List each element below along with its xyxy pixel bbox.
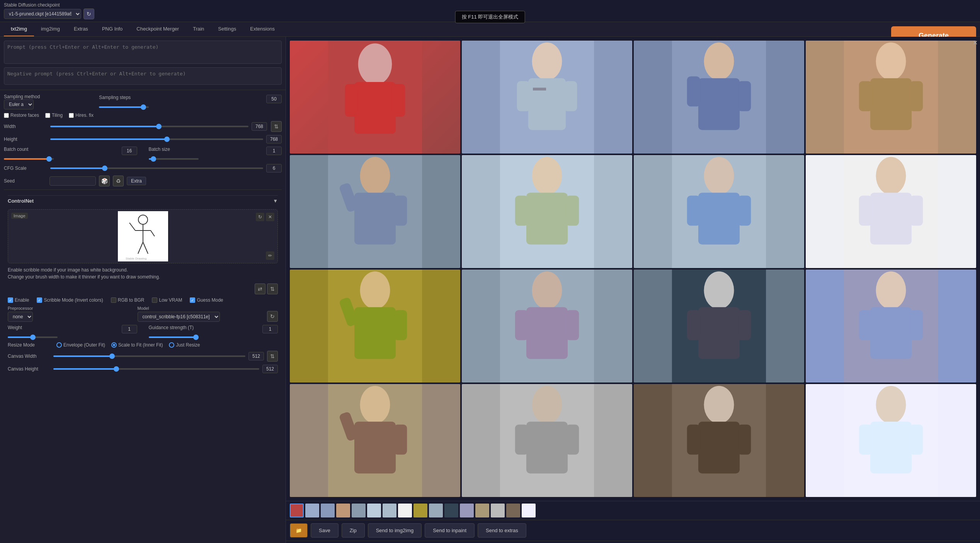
thumb-3[interactable] bbox=[321, 504, 335, 517]
enable-checkbox[interactable]: ✓ Enable bbox=[8, 297, 29, 303]
tab-extensions[interactable]: Extensions bbox=[243, 22, 282, 36]
grid-image-8[interactable] bbox=[806, 155, 976, 268]
width-height-swap-button[interactable]: ⇅ bbox=[271, 121, 282, 132]
thumb-14[interactable] bbox=[491, 504, 505, 517]
controlnet-collapse-icon[interactable]: ▼ bbox=[273, 198, 278, 204]
tab-txt2img[interactable]: txt2img bbox=[4, 22, 34, 36]
swap-left-button[interactable]: ⇄ bbox=[255, 283, 265, 294]
thumb-4[interactable] bbox=[336, 504, 350, 517]
scribble-mode-checkbox[interactable]: ✓ Scribble Mode (Invert colors) bbox=[37, 297, 103, 303]
thumb-7[interactable] bbox=[383, 504, 396, 517]
send-inpaint-button[interactable]: Send to inpaint bbox=[425, 523, 475, 538]
controlnet-title: ControlNet bbox=[8, 198, 34, 204]
grid-image-14[interactable] bbox=[462, 384, 632, 497]
tab-settings[interactable]: Settings bbox=[211, 22, 243, 36]
grid-image-4[interactable] bbox=[806, 41, 976, 154]
restore-faces-checkbox[interactable]: Restore faces bbox=[4, 113, 39, 118]
resize-just-radio[interactable]: Just Resize bbox=[169, 342, 200, 348]
thumb-8[interactable] bbox=[398, 504, 412, 517]
refresh-button[interactable]: ↻ bbox=[83, 9, 94, 19]
resize-scale-radio[interactable]: Scale to Fit (Inner Fit) bbox=[111, 342, 163, 348]
sketch-image: Stable Drawing bbox=[118, 211, 168, 261]
height-slider[interactable] bbox=[50, 138, 263, 140]
image-reload-button[interactable]: ↻ bbox=[256, 213, 264, 221]
batch-count-slider[interactable] bbox=[4, 158, 54, 160]
thumb-12[interactable] bbox=[460, 504, 474, 517]
negative-prompt-input[interactable] bbox=[4, 67, 282, 85]
thumb-5[interactable] bbox=[352, 504, 366, 517]
prompt-input[interactable] bbox=[4, 41, 282, 64]
send-img2img-button[interactable]: Send to img2img bbox=[368, 523, 422, 538]
grid-image-16[interactable] bbox=[806, 384, 976, 497]
grid-image-5[interactable] bbox=[290, 155, 460, 268]
seed-extra-button[interactable]: Extra bbox=[127, 177, 146, 185]
guidance-label: Guidance strength (T) bbox=[149, 325, 194, 333]
sampling-steps-value: 50 bbox=[266, 95, 282, 103]
grid-image-15[interactable] bbox=[634, 384, 804, 497]
sampling-method-select[interactable]: Euler a bbox=[4, 99, 34, 109]
thumb-16[interactable] bbox=[522, 504, 536, 517]
thumb-15[interactable] bbox=[506, 504, 520, 517]
grid-image-2[interactable] bbox=[462, 41, 632, 154]
model-select[interactable]: control_scribble-fp16 [c508311e] bbox=[138, 312, 220, 322]
preprocessor-select[interactable]: none bbox=[8, 312, 33, 322]
image-upload-area[interactable]: Image ↻ ✕ bbox=[8, 209, 278, 263]
grid-image-12[interactable] bbox=[806, 270, 976, 382]
model-refresh-button[interactable]: ↻ bbox=[267, 311, 278, 322]
thumb-6[interactable] bbox=[367, 504, 381, 517]
swap-right-button[interactable]: ⇅ bbox=[267, 283, 278, 294]
guess-mode-checkbox[interactable]: ✓ Guess Mode bbox=[190, 297, 223, 303]
close-panel-button[interactable]: ✕ bbox=[973, 39, 978, 46]
weight-slider[interactable] bbox=[8, 336, 58, 338]
save-button[interactable]: Save bbox=[311, 523, 339, 538]
tiling-checkbox[interactable]: Tiling bbox=[45, 113, 63, 118]
thumb-10[interactable] bbox=[429, 504, 443, 517]
guidance-slider[interactable] bbox=[149, 336, 199, 338]
zip-button[interactable]: Zip bbox=[342, 523, 365, 538]
low-vram-checkbox[interactable]: Low VRAM bbox=[152, 297, 182, 303]
svg-rect-32 bbox=[354, 193, 396, 244]
svg-point-61 bbox=[704, 272, 734, 309]
tab-extras[interactable]: Extras bbox=[67, 22, 95, 36]
tab-checkpoint-merger[interactable]: Checkpoint Merger bbox=[129, 22, 186, 36]
width-value: 768 bbox=[252, 122, 267, 131]
grid-image-9[interactable] bbox=[290, 270, 460, 382]
thumb-13[interactable] bbox=[475, 504, 489, 517]
resize-envelope-radio[interactable]: Envelope (Outer Fit) bbox=[56, 342, 105, 348]
seed-random-button[interactable]: 🎲 bbox=[99, 176, 110, 186]
cfg-slider[interactable] bbox=[50, 167, 263, 169]
grid-image-11[interactable] bbox=[634, 270, 804, 382]
thumb-11[interactable] bbox=[444, 504, 458, 517]
thumb-2[interactable] bbox=[305, 504, 319, 517]
canvas-height-slider[interactable] bbox=[53, 368, 259, 370]
grid-image-13[interactable] bbox=[290, 384, 460, 497]
tab-train[interactable]: Train bbox=[186, 22, 211, 36]
hires-fix-checkbox[interactable]: Hires. fix bbox=[69, 113, 94, 118]
sampling-steps-slider[interactable] bbox=[99, 106, 149, 108]
image-pen-button[interactable]: ✏ bbox=[266, 251, 274, 260]
svg-rect-27 bbox=[870, 78, 912, 130]
thumb-9[interactable] bbox=[413, 504, 427, 517]
width-slider[interactable] bbox=[50, 126, 248, 127]
grid-image-3[interactable] bbox=[634, 41, 804, 154]
grid-image-6[interactable] bbox=[462, 155, 632, 268]
main-layout: Sampling method Euler a Sampling steps 5… bbox=[0, 37, 980, 543]
folder-button[interactable]: 📁 bbox=[290, 523, 308, 538]
image-close-button[interactable]: ✕ bbox=[266, 213, 274, 221]
tab-pnginfo[interactable]: PNG Info bbox=[95, 22, 129, 36]
seed-recycle-button[interactable]: ♻ bbox=[113, 176, 124, 186]
seed-input[interactable]: 12345 bbox=[49, 176, 96, 186]
grid-image-10[interactable] bbox=[462, 270, 632, 382]
thumb-1[interactable] bbox=[290, 504, 304, 517]
batch-size-slider[interactable] bbox=[149, 158, 199, 160]
canvas-width-slider[interactable] bbox=[53, 355, 245, 357]
grid-image-7[interactable] bbox=[634, 155, 804, 268]
grid-image-1[interactable] bbox=[290, 41, 460, 154]
rgb-bgr-checkbox[interactable]: RGB to BGR bbox=[111, 297, 145, 303]
checkpoint-select[interactable]: v1-5-pruned.ckpt [e1441589a6] bbox=[4, 9, 81, 19]
svg-rect-88 bbox=[859, 425, 872, 455]
send-extras-button[interactable]: Send to extras bbox=[478, 523, 526, 538]
tab-img2img[interactable]: img2img bbox=[34, 22, 67, 36]
canvas-swap-button[interactable]: ⇅ bbox=[267, 351, 278, 362]
svg-rect-11 bbox=[354, 82, 396, 134]
